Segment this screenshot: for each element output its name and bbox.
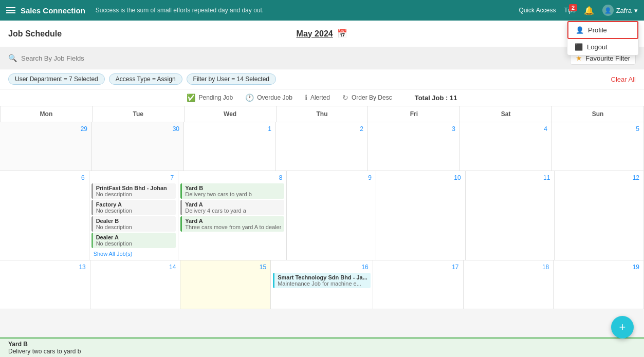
total-job-count: 11 <box>450 94 457 102</box>
day-number: 4 <box>462 124 549 134</box>
job-card-desc: No description <box>96 224 173 230</box>
calendar-cell[interactable]: 10 <box>376 171 466 260</box>
calendar-cell[interactable]: 7 PrintFast Sdn Bhd - Johan No descripti… <box>89 171 179 260</box>
alerted-control: ℹ Alerted <box>305 93 330 102</box>
overdue-job-control: 🕐 Overdue Job <box>245 93 292 102</box>
logout-icon: ⬛ <box>575 43 583 51</box>
order-by-label: Order By Desc <box>352 94 392 101</box>
day-number: 13 <box>2 262 88 272</box>
filter-bar: User Department = 7 Selected Access Type… <box>0 69 644 89</box>
job-card-title: Yard A <box>185 218 281 224</box>
calendar-cell[interactable]: 2 <box>276 122 368 171</box>
calendar-cell[interactable]: 6 <box>0 171 89 260</box>
day-number: 11 <box>468 173 553 182</box>
calendar-headers: Mon Tue Wed Thu Fri Sat Sun <box>0 106 644 122</box>
calendar-cell[interactable]: 8 Yard B Delivery two cars to yard b Yar… <box>178 171 287 260</box>
job-card[interactable]: PrintFast Sdn Bhd - Johan No description <box>91 183 176 199</box>
job-card-desc: No description <box>96 191 173 197</box>
app-title: Sales Connection <box>21 6 85 15</box>
profile-label: Profile <box>588 26 607 34</box>
pending-job-icon: ✅ <box>187 93 195 102</box>
order-by-icon: ↻ <box>342 93 348 102</box>
calendar-cell[interactable]: 14 <box>90 260 181 309</box>
day-header-fri: Fri <box>368 106 460 122</box>
calendar-cell[interactable]: 17 <box>373 260 464 309</box>
calendar-cell[interactable]: 4 <box>460 122 552 171</box>
show-all-jobs-link[interactable]: Show All Job(s) <box>91 250 176 258</box>
job-card-title: PrintFast Sdn Bhd - Johan <box>96 185 173 191</box>
pending-job-control: ✅ Pending Job <box>187 93 233 102</box>
job-card[interactable]: Smart Technology Sdn Bhd - Ja... Mainten… <box>273 273 371 288</box>
access-type-filter-tag[interactable]: Access Type = Assign <box>109 73 182 85</box>
calendar-cell[interactable]: 1 <box>184 122 276 171</box>
day-number: 5 <box>554 124 641 134</box>
nav-right: Quick Access Tips 🔔 2 👤 Zafra ▾ <box>519 5 638 16</box>
page-header: Job Schedule May 2024 📅 ⊞ Calendar ▾ <box>0 21 644 47</box>
calendar-cell[interactable]: 16 Smart Technology Sdn Bhd - Ja... Main… <box>271 260 373 309</box>
search-icon: 🔍 <box>8 54 17 62</box>
calendar-cell[interactable]: 9 <box>287 171 376 260</box>
day-number: 29 <box>2 124 89 134</box>
job-card[interactable]: Yard B Delivery two cars to yard b <box>180 183 284 199</box>
calendar-cell[interactable]: 12 <box>555 171 644 260</box>
day-header-mon: Mon <box>1 106 93 122</box>
job-card[interactable]: Yard A Delivery 4 cars to yard a <box>180 200 284 215</box>
notification-bell-icon[interactable]: 🔔 <box>584 6 594 15</box>
calendar-week-2: 6 7 PrintFast Sdn Bhd - Johan No descrip… <box>0 171 644 260</box>
logout-label: Logout <box>587 43 608 51</box>
page-header-center: May 2024 📅 <box>297 29 347 39</box>
user-menu[interactable]: 👤 Zafra ▾ <box>602 5 638 16</box>
department-filter-tag[interactable]: User Department = 7 Selected <box>8 73 105 85</box>
day-number: 6 <box>2 173 87 182</box>
logout-menu-item[interactable]: ⬛ Logout <box>567 39 638 55</box>
job-card[interactable]: Dealer B No description <box>91 216 176 232</box>
alerted-label: Alerted <box>310 94 330 101</box>
calendar-cell[interactable]: 15 <box>180 260 271 309</box>
total-job-display: Total Job : 11 <box>415 94 457 102</box>
job-card-desc: Delivery 4 cars to yard a <box>185 208 281 214</box>
total-job-label: Total Job : <box>415 94 448 102</box>
calendar-cell[interactable]: 30 <box>92 122 184 171</box>
quick-access-button[interactable]: Quick Access <box>519 7 556 14</box>
job-card[interactable]: Yard A Three cars move from yard A to de… <box>180 216 284 232</box>
calendar-cell[interactable]: 5 <box>552 122 644 171</box>
user-avatar-icon: 👤 <box>602 5 614 16</box>
job-card[interactable]: Dealer A No description <box>91 233 176 248</box>
day-number: 3 <box>370 124 457 134</box>
search-input[interactable] <box>21 54 175 62</box>
calendar-cell[interactable]: 19 <box>554 260 644 309</box>
calendar-controls: ✅ Pending Job 🕐 Overdue Job ℹ Alerted ↻ … <box>0 89 644 106</box>
calendar-week-1: 29 30 1 2 3 4 5 <box>0 122 644 171</box>
calendar-picker-icon[interactable]: 📅 <box>337 29 347 39</box>
pending-job-label: Pending Job <box>198 94 233 101</box>
calendar-cell[interactable]: 13 <box>0 260 90 309</box>
profile-icon: 👤 <box>576 26 584 34</box>
day-number: 8 <box>180 173 284 182</box>
calendar-cell[interactable]: 3 <box>368 122 460 171</box>
job-card-title: Dealer A <box>96 234 173 240</box>
job-card-desc: Delivery two cars to yard b <box>185 191 281 197</box>
day-number: 10 <box>378 173 463 182</box>
user-filter-tag[interactable]: Filter by User = 14 Selected <box>187 73 276 85</box>
job-card-desc: Maintenance Job for machine e... <box>278 280 367 287</box>
calendar-cell[interactable]: 11 <box>466 171 555 260</box>
overdue-job-icon: 🕐 <box>245 93 254 102</box>
hamburger-menu[interactable] <box>6 7 15 13</box>
profile-menu-item[interactable]: 👤 Profile <box>567 21 638 39</box>
job-card-title: Dealer B <box>96 218 173 224</box>
job-card-desc: Three cars move from yard A to dealer <box>185 224 281 230</box>
day-number: 7 <box>91 173 176 182</box>
user-dropdown-menu: 👤 Profile ⬛ Logout <box>567 21 639 55</box>
calendar-cell[interactable]: 29 <box>0 122 92 171</box>
search-bar: 🔍 ★ Favourite Filter <box>0 47 644 69</box>
day-number: 12 <box>557 173 641 182</box>
calendar-cell[interactable]: 18 <box>464 260 554 309</box>
order-by-control: ↻ Order By Desc <box>342 93 392 102</box>
clear-all-button[interactable]: Clear All <box>611 76 636 83</box>
overdue-job-label: Overdue Job <box>257 94 292 101</box>
nav-left: Sales Connection Success is the sum of s… <box>6 6 264 15</box>
top-navigation: Sales Connection Success is the sum of s… <box>0 0 644 21</box>
job-card[interactable]: Factory A No description <box>91 200 176 215</box>
day-number: 1 <box>186 124 273 134</box>
job-card-title: Yard A <box>185 201 281 208</box>
